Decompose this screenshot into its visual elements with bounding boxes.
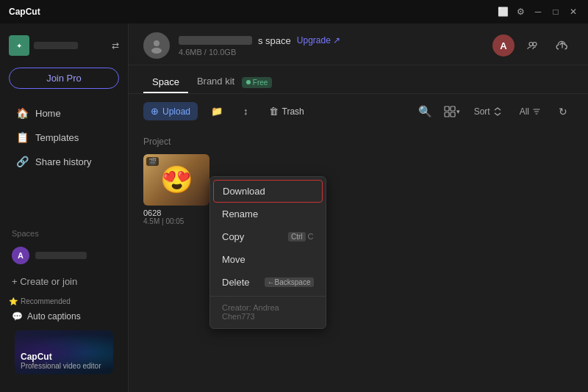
storage-info: 4.6MB / 10.0GB — [179, 48, 340, 57]
toolbar: ⊕ Upload 📁 ↕ 🗑 Trash 🔍 — [129, 94, 588, 129]
ctrl-key: Ctrl — [288, 232, 306, 242]
thumbnail-overlay-icon: 🎬 — [146, 157, 159, 166]
sidebar-nav: 🏠 Home 📋 Templates 🔗 Share history — [0, 98, 128, 223]
upgrade-button[interactable]: Upgrade ↗ — [297, 35, 340, 46]
recommended-label: ⭐ Recommended — [7, 297, 121, 305]
titlebar-left: CapCut — [9, 7, 40, 17]
thumbnail-emoji: 😍 — [160, 164, 193, 195]
section-label: Project — [143, 137, 573, 147]
join-pro-button[interactable]: Join Pro — [9, 68, 119, 89]
search-icon-button[interactable]: 🔍 — [415, 101, 436, 122]
sidebar: ✦ ⇄ Join Pro 🏠 Home 📋 Templates 🔗 Share … — [0, 23, 129, 392]
svg-point-2 — [529, 43, 533, 46]
templates-icon: 📋 — [16, 131, 28, 143]
project-thumbnail: 😍 🎬 — [143, 154, 209, 206]
main-layout: ✦ ⇄ Join Pro 🏠 Home 📋 Templates 🔗 Share … — [0, 23, 588, 392]
refresh-button[interactable]: ↻ — [553, 101, 573, 122]
space-name-bar — [35, 252, 87, 259]
content-header: s space Upgrade ↗ 4.6MB / 10.0GB A — [129, 23, 588, 65]
sort-button[interactable]: Sort — [468, 104, 508, 120]
filter-button[interactable]: All — [514, 104, 547, 120]
upload-button[interactable]: ⊕ Upload — [143, 102, 198, 120]
header-info: s space Upgrade ↗ 4.6MB / 10.0GB — [179, 35, 340, 57]
switch-account-icon[interactable]: ⇄ — [112, 40, 119, 51]
svg-rect-4 — [445, 106, 449, 111]
context-menu-delete[interactable]: Delete ←Backspace — [210, 271, 326, 294]
context-menu-rename[interactable]: Rename — [210, 203, 326, 225]
capcut-banner-subtitle: Professional video editor — [21, 362, 101, 370]
trash-button[interactable]: 🗑 Trash — [262, 102, 312, 120]
settings-icon[interactable]: ⚙ — [514, 6, 526, 18]
space-item[interactable]: A — [12, 242, 116, 269]
svg-point-3 — [533, 43, 537, 46]
grid-view-button[interactable]: ▾ — [442, 101, 462, 122]
trash-icon: 🗑 — [269, 106, 279, 117]
spaces-label: Spaces — [12, 229, 116, 238]
sidebar-item-home[interactable]: 🏠 Home — [4, 101, 123, 125]
window-icon[interactable]: ⬜ — [497, 6, 509, 18]
content-area: s space Upgrade ↗ 4.6MB / 10.0GB A — [129, 23, 588, 392]
context-menu-copy[interactable]: Copy Ctrl C — [210, 225, 326, 248]
project-meta: 4.5M | 00:05 — [143, 217, 209, 225]
context-menu: Download Rename Copy Ctrl C — [209, 176, 326, 329]
header-name-bar — [179, 36, 252, 45]
people-icon-button[interactable] — [522, 35, 544, 57]
spaces-section: Spaces A — [0, 223, 128, 272]
sidebar-item-share-label: Share history — [35, 156, 92, 167]
header-right: A — [492, 35, 573, 57]
context-menu-download[interactable]: Download — [213, 180, 323, 203]
sidebar-item-home-label: Home — [35, 108, 61, 119]
star-icon: ⭐ — [9, 297, 18, 305]
capcut-banner-text: CapCut Professional video editor — [21, 352, 101, 370]
space-avatar: A — [12, 247, 29, 264]
brand-kit-badge: Free — [242, 77, 273, 88]
sidebar-item-share-history[interactable]: 🔗 Share history — [4, 150, 123, 173]
grid-chevron: ▾ — [456, 108, 460, 115]
svg-rect-7 — [451, 112, 455, 117]
share-icon: 🔗 — [16, 156, 28, 167]
maximize-button[interactable]: □ — [550, 6, 562, 18]
sidebar-item-templates[interactable]: 📋 Templates — [4, 126, 123, 149]
home-icon: 🏠 — [16, 107, 28, 119]
upload-icon: ⊕ — [151, 106, 159, 117]
user-initial-button[interactable]: A — [492, 35, 514, 57]
sort-order-button[interactable]: ↕ — [236, 102, 256, 120]
copy-shortcut: Ctrl C — [288, 232, 314, 242]
free-dot-icon — [246, 80, 251, 84]
tab-space[interactable]: Space — [143, 72, 188, 93]
new-folder-button[interactable]: 📁 — [204, 102, 230, 120]
account-avatar-group: ✦ — [9, 35, 106, 56]
user-avatar-circle — [143, 32, 170, 59]
header-space-label: s space — [258, 35, 291, 46]
svg-point-1 — [151, 48, 162, 54]
project-card[interactable]: 😍 🎬 0628 4.5M | 00:05 Download Rename — [143, 154, 209, 225]
create-or-join-button[interactable]: + Create or join — [0, 272, 128, 291]
sidebar-item-templates-label: Templates — [35, 132, 79, 143]
svg-rect-6 — [445, 112, 449, 117]
context-menu-move[interactable]: Move — [210, 248, 326, 271]
sidebar-bottom: ⭐ Recommended 💬 Auto captions CapCut Pro… — [0, 291, 128, 386]
toolbar-right: 🔍 ▾ Sort All — [415, 101, 573, 122]
tabs-row: Space Brand kit Free — [129, 65, 588, 94]
context-menu-divider — [210, 296, 326, 297]
capcut-banner[interactable]: CapCut Professional video editor — [15, 330, 113, 374]
tab-brand-kit[interactable]: Brand kit Free — [188, 71, 282, 94]
header-left: s space Upgrade ↗ 4.6MB / 10.0GB — [143, 32, 340, 59]
account-name-bar — [34, 42, 78, 49]
close-button[interactable]: ✕ — [567, 6, 579, 18]
upload-cloud-icon-button[interactable] — [551, 35, 573, 57]
minimize-button[interactable]: ─ — [532, 6, 544, 18]
svg-point-0 — [154, 40, 159, 46]
backspace-key: ←Backspace — [265, 277, 314, 287]
capcut-banner-title: CapCut — [21, 352, 101, 362]
content-main: Project 😍 🎬 0628 4.5M | 00:05 Download — [129, 129, 588, 393]
titlebar-controls: ⬜ ⚙ ─ □ ✕ — [497, 6, 579, 18]
auto-captions-button[interactable]: 💬 Auto captions — [7, 308, 121, 324]
folder-icon: 📁 — [211, 106, 223, 117]
auto-captions-icon: 💬 — [12, 311, 23, 322]
svg-rect-5 — [451, 106, 455, 111]
titlebar: CapCut ⬜ ⚙ ─ □ ✕ — [0, 0, 588, 23]
context-menu-creator: Creator: Andrea Chen773 — [210, 299, 326, 325]
sidebar-avatar: ✦ — [9, 35, 29, 56]
project-grid: 😍 🎬 0628 4.5M | 00:05 Download Rename — [143, 154, 573, 225]
